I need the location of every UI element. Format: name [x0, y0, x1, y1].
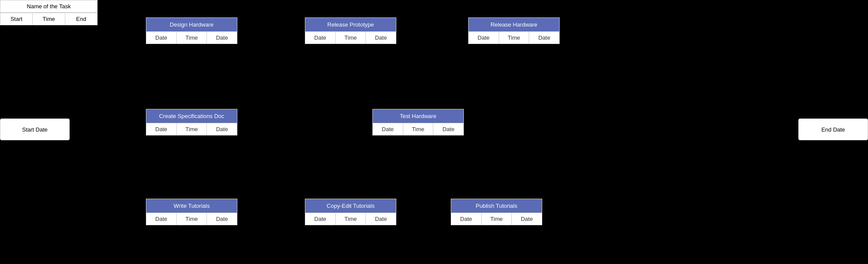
task-date2-write-tutorials: Date — [207, 213, 237, 225]
task-date2-test-hardware: Date — [433, 123, 463, 135]
task-header-publish-tutorials: Publish Tutorials — [451, 199, 542, 213]
task-row-test-hardware: DateTimeDate — [373, 123, 463, 135]
task-time-copy-edit-tutorials: Time — [336, 213, 366, 225]
task-date2-design-hardware: Date — [207, 31, 237, 44]
task-date2-copy-edit-tutorials: Date — [366, 213, 396, 225]
legend-end: End — [65, 13, 97, 25]
task-header-copy-edit-tutorials: Copy-Edit Tutorials — [305, 199, 396, 213]
legend-start: Start — [0, 13, 33, 25]
task-date1-design-hardware: Date — [146, 31, 177, 44]
task-date1-release-prototype: Date — [305, 31, 336, 44]
task-date1-copy-edit-tutorials: Date — [305, 213, 336, 225]
task-card-release-prototype: Release PrototypeDateTimeDate — [305, 17, 396, 44]
task-card-publish-tutorials: Publish TutorialsDateTimeDate — [451, 199, 542, 225]
task-card-test-hardware: Test HardwareDateTimeDate — [372, 109, 464, 135]
task-date1-write-tutorials: Date — [146, 213, 177, 225]
task-date2-release-prototype: Date — [366, 31, 396, 44]
task-row-release-prototype: DateTimeDate — [305, 31, 396, 44]
task-header-test-hardware: Test Hardware — [373, 109, 463, 123]
task-card-release-hardware: Release HardwareDateTimeDate — [468, 17, 560, 44]
task-time-release-prototype: Time — [336, 31, 366, 44]
task-card-create-spec: Create Specifications DocDateTimeDate — [146, 109, 237, 135]
end-date-label: End Date — [821, 126, 845, 133]
task-card-copy-edit-tutorials: Copy-Edit TutorialsDateTimeDate — [305, 199, 396, 225]
task-header-design-hardware: Design Hardware — [146, 18, 237, 31]
start-date-label: Start Date — [22, 126, 48, 133]
task-row-write-tutorials: DateTimeDate — [146, 213, 237, 225]
task-time-publish-tutorials: Time — [482, 213, 512, 225]
task-time-create-spec: Time — [177, 123, 207, 135]
task-time-write-tutorials: Time — [177, 213, 207, 225]
task-row-publish-tutorials: DateTimeDate — [451, 213, 542, 225]
task-row-design-hardware: DateTimeDate — [146, 31, 237, 44]
task-card-design-hardware: Design HardwareDateTimeDate — [146, 17, 237, 44]
end-date-box: End Date — [798, 118, 868, 140]
task-header-release-hardware: Release Hardware — [469, 18, 559, 31]
legend-row: Start Time End — [0, 13, 97, 25]
task-date1-release-hardware: Date — [469, 31, 499, 44]
task-card-write-tutorials: Write TutorialsDateTimeDate — [146, 199, 237, 225]
task-header-create-spec: Create Specifications Doc — [146, 109, 237, 123]
task-date2-publish-tutorials: Date — [512, 213, 542, 225]
task-row-copy-edit-tutorials: DateTimeDate — [305, 213, 396, 225]
task-date2-release-hardware: Date — [529, 31, 559, 44]
task-time-release-hardware: Time — [499, 31, 530, 44]
legend-table: Name of the Task Start Time End — [0, 0, 98, 25]
legend-title: Name of the Task — [0, 0, 97, 13]
task-row-release-hardware: DateTimeDate — [469, 31, 559, 44]
legend-time: Time — [33, 13, 65, 25]
task-date1-create-spec: Date — [146, 123, 177, 135]
task-date2-create-spec: Date — [207, 123, 237, 135]
task-header-release-prototype: Release Prototype — [305, 18, 396, 31]
task-date1-test-hardware: Date — [373, 123, 403, 135]
task-header-write-tutorials: Write Tutorials — [146, 199, 237, 213]
task-time-design-hardware: Time — [177, 31, 207, 44]
task-time-test-hardware: Time — [403, 123, 434, 135]
start-date-box: Start Date — [0, 118, 70, 140]
task-date1-publish-tutorials: Date — [451, 213, 482, 225]
task-row-create-spec: DateTimeDate — [146, 123, 237, 135]
